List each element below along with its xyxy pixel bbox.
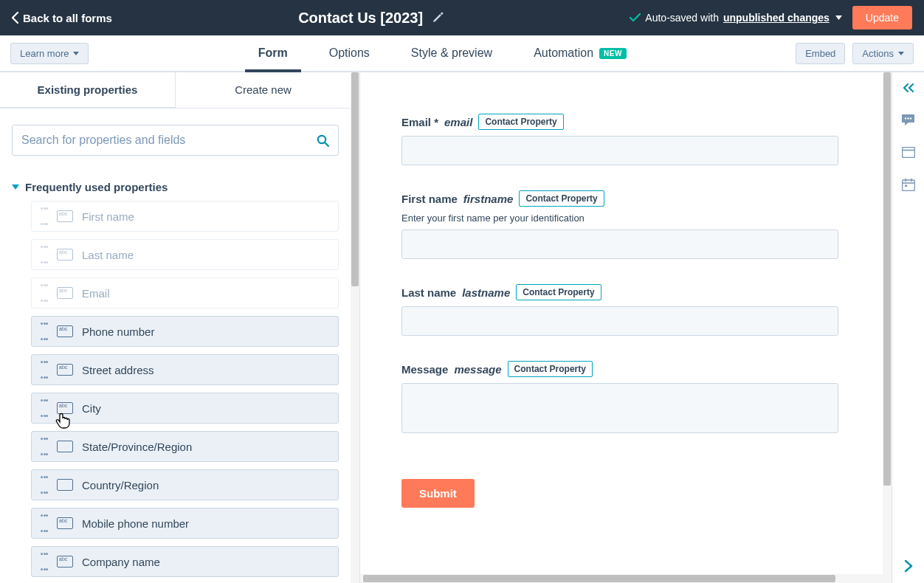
- drag-handle-icon[interactable]: [41, 476, 48, 494]
- tab-create-new[interactable]: Create new: [176, 72, 351, 108]
- submit-button[interactable]: Submit: [401, 479, 475, 508]
- window-icon[interactable]: [902, 147, 915, 158]
- tab-style-preview[interactable]: Style & preview: [411, 35, 492, 71]
- search-icon[interactable]: [317, 134, 329, 147]
- collapse-icon[interactable]: [902, 83, 915, 93]
- field-api-name: email: [444, 116, 472, 128]
- svg-line-1: [325, 142, 328, 146]
- property-item[interactable]: State/Province/Region: [31, 431, 339, 462]
- tab-form[interactable]: Form: [258, 35, 288, 71]
- main: Existing properties Create new Frequentl…: [0, 72, 924, 583]
- pencil-icon[interactable]: [432, 12, 444, 24]
- property-label: Street address: [82, 364, 331, 376]
- canvas-scrollbar-v[interactable]: [883, 72, 892, 583]
- field-input[interactable]: [401, 306, 838, 336]
- property-item[interactable]: Country/Region: [31, 469, 339, 500]
- tab-options[interactable]: Options: [329, 35, 370, 71]
- chat-icon[interactable]: [901, 114, 915, 126]
- back-to-forms-link[interactable]: Back to all forms: [12, 12, 112, 24]
- tab-existing-properties[interactable]: Existing properties: [0, 72, 176, 108]
- field-label: First name: [401, 193, 458, 205]
- left-scrollbar[interactable]: [351, 72, 359, 583]
- update-button[interactable]: Update: [852, 6, 912, 30]
- caret-down-icon: [835, 15, 842, 20]
- caret-down-icon: [898, 52, 904, 55]
- drag-handle-icon[interactable]: [41, 514, 48, 532]
- group-title: Frequently used properties: [25, 181, 168, 193]
- form-canvas: Email *emailContact PropertyFirst namefi…: [360, 72, 892, 583]
- status-changes: unpublished changes: [723, 12, 830, 24]
- property-item[interactable]: Street address: [31, 354, 339, 385]
- field-header: MessagemessageContact Property: [401, 361, 850, 377]
- drag-handle-icon[interactable]: [41, 438, 48, 455]
- field-input[interactable]: [401, 136, 838, 165]
- field-type-icon: [57, 517, 73, 529]
- field-api-name: message: [454, 363, 501, 376]
- field-input[interactable]: [401, 383, 838, 433]
- learn-more-button[interactable]: Learn more: [10, 43, 89, 64]
- scrollbar-thumb[interactable]: [363, 575, 835, 582]
- svg-rect-11: [905, 185, 907, 187]
- svg-point-2: [905, 117, 906, 119]
- drag-handle-icon: [41, 207, 48, 225]
- property-item[interactable]: Mobile phone number: [31, 508, 339, 539]
- property-item[interactable]: City: [31, 393, 339, 424]
- contact-property-tag: Contact Property: [519, 190, 604, 207]
- embed-button[interactable]: Embed: [796, 43, 845, 64]
- drag-handle-icon[interactable]: [41, 322, 48, 340]
- field-type-icon: [57, 441, 73, 452]
- search-input[interactable]: [21, 134, 317, 147]
- group-header[interactable]: Frequently used properties: [0, 162, 351, 201]
- contact-property-tag: Contact Property: [516, 284, 601, 300]
- property-label: Mobile phone number: [82, 517, 331, 530]
- property-label: Email: [82, 287, 331, 300]
- tab-automation[interactable]: Automation NEW: [534, 35, 627, 71]
- drag-handle-icon[interactable]: [41, 553, 48, 570]
- drag-handle-icon: [41, 246, 48, 263]
- field-label: Last name: [401, 286, 456, 299]
- subnav-right: Embed Actions: [796, 43, 914, 64]
- right-rail: [892, 72, 924, 583]
- field-label: Email *: [401, 116, 438, 128]
- new-badge: NEW: [599, 48, 627, 59]
- property-item: Email: [31, 277, 339, 308]
- back-label: Back to all forms: [23, 12, 112, 24]
- contact-property-tag: Contact Property: [508, 361, 593, 377]
- search-box[interactable]: [12, 125, 339, 156]
- actions-button[interactable]: Actions: [852, 43, 914, 64]
- property-item[interactable]: Phone number: [31, 316, 339, 347]
- field-type-icon: [57, 210, 73, 222]
- scrollbar-thumb[interactable]: [351, 72, 359, 286]
- property-item: Last name: [31, 239, 339, 270]
- property-label: Company name: [82, 556, 331, 568]
- canvas-wrap: Email *emailContact PropertyFirst namefi…: [360, 72, 924, 583]
- check-icon: [630, 13, 641, 22]
- side-tabs: Existing properties Create new: [0, 72, 351, 108]
- form-field[interactable]: MessagemessageContact Property: [401, 361, 850, 433]
- form-field[interactable]: First namefirstnameContact PropertyEnter…: [401, 190, 850, 259]
- field-api-name: lastname: [462, 286, 510, 299]
- calendar-icon[interactable]: [902, 179, 915, 191]
- subnav-tabs: Form Options Style & preview Automation …: [89, 35, 796, 71]
- expand-right-icon[interactable]: [904, 559, 913, 573]
- field-type-icon: [57, 402, 73, 414]
- search-row: [0, 108, 351, 162]
- form-field[interactable]: Last namelastnameContact Property: [401, 284, 850, 336]
- drag-handle-icon[interactable]: [41, 399, 48, 417]
- scrollbar-thumb[interactable]: [883, 72, 891, 486]
- svg-rect-5: [902, 148, 914, 158]
- field-label: Message: [401, 363, 448, 376]
- field-header: Email *emailContact Property: [401, 114, 850, 130]
- field-input[interactable]: [401, 230, 838, 259]
- form-field[interactable]: Email *emailContact Property: [401, 114, 850, 165]
- field-api-name: firstname: [463, 193, 514, 205]
- caret-down-icon: [12, 184, 19, 190]
- field-type-icon: [57, 364, 73, 376]
- autosave-status[interactable]: Auto-saved with unpublished changes: [630, 12, 842, 24]
- drag-handle-icon[interactable]: [41, 361, 48, 379]
- canvas-scrollbar-h[interactable]: [360, 574, 892, 583]
- contact-property-tag: Contact Property: [478, 114, 563, 130]
- property-list: First nameLast nameEmailPhone numberStre…: [0, 201, 351, 583]
- left-panel: Existing properties Create new Frequentl…: [0, 72, 360, 583]
- property-item[interactable]: Company name: [31, 546, 339, 577]
